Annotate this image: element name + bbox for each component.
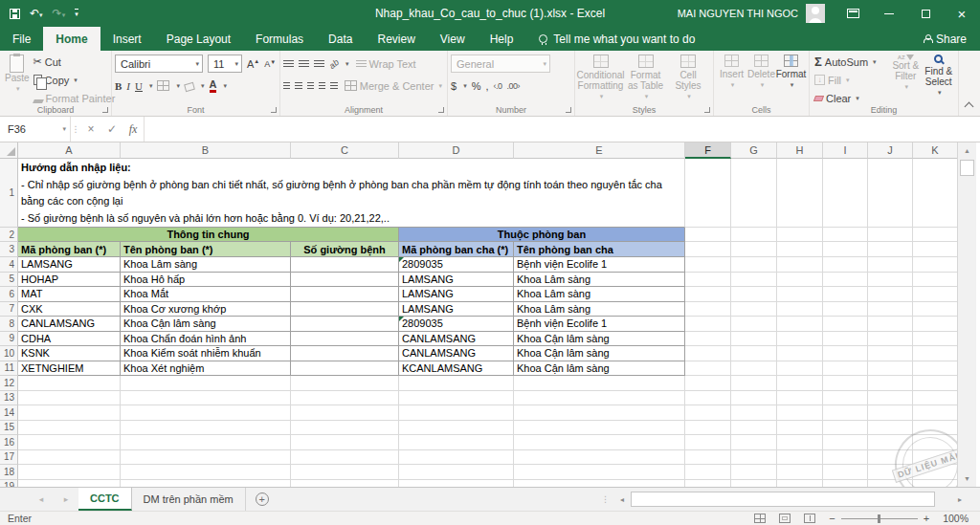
align-left-button[interactable] bbox=[283, 82, 290, 83]
tab-home[interactable]: Home bbox=[43, 27, 100, 51]
tab-review[interactable]: Review bbox=[365, 27, 427, 51]
font-color-button[interactable]: A bbox=[210, 78, 217, 93]
cell-F13[interactable] bbox=[685, 391, 731, 406]
row-header-1[interactable]: 1 bbox=[0, 159, 18, 228]
tab-file[interactable]: File bbox=[0, 27, 43, 51]
cell-J14[interactable] bbox=[868, 405, 913, 421]
cell-J11[interactable] bbox=[868, 361, 913, 377]
cell-A17[interactable] bbox=[18, 450, 121, 466]
cell-I16[interactable] bbox=[823, 435, 868, 450]
cell-I18[interactable] bbox=[823, 465, 868, 480]
cell-J10[interactable] bbox=[868, 346, 913, 361]
zoom-in-button[interactable]: + bbox=[924, 513, 929, 524]
table-header-D3[interactable]: Mã phòng ban cha (*) bbox=[399, 242, 514, 257]
cell-F3[interactable] bbox=[685, 242, 731, 257]
cell-J4[interactable] bbox=[868, 257, 913, 273]
insert-function-button[interactable]: fx bbox=[122, 117, 144, 142]
cell-H7[interactable] bbox=[777, 302, 823, 317]
cell-K8[interactable] bbox=[913, 317, 958, 332]
column-header-E[interactable]: E bbox=[514, 142, 685, 159]
number-format-select[interactable]: General▾ bbox=[451, 55, 550, 73]
cell-E6[interactable]: Khoa Lâm sàng bbox=[514, 287, 685, 302]
cell-I14[interactable] bbox=[823, 405, 868, 421]
cell-D18[interactable] bbox=[399, 465, 514, 480]
cell-A10[interactable]: KSNK bbox=[18, 346, 121, 361]
cell-D4[interactable]: 2809035 bbox=[399, 257, 514, 273]
column-header-A[interactable]: A bbox=[18, 142, 121, 159]
cell-H8[interactable] bbox=[777, 317, 823, 332]
cell-B12[interactable] bbox=[121, 376, 291, 391]
cell-J15[interactable] bbox=[868, 421, 913, 436]
name-box[interactable]: F36▾ bbox=[0, 117, 71, 142]
row-header-9[interactable]: 9 bbox=[0, 332, 18, 347]
cell-C8[interactable] bbox=[291, 317, 399, 332]
row-header-13[interactable]: 13 bbox=[0, 391, 18, 406]
cell-I10[interactable] bbox=[823, 346, 868, 361]
font-dialog-launcher[interactable] bbox=[271, 107, 277, 113]
zoom-slider[interactable] bbox=[841, 518, 918, 519]
cell-A15[interactable] bbox=[18, 421, 121, 436]
row-header-2[interactable]: 2 bbox=[0, 228, 18, 242]
cell-B17[interactable] bbox=[121, 450, 291, 466]
cell-C12[interactable] bbox=[291, 376, 399, 391]
tab-data[interactable]: Data bbox=[316, 27, 365, 51]
tab-insert[interactable]: Insert bbox=[100, 27, 154, 51]
tab-help[interactable]: Help bbox=[478, 27, 526, 51]
maximize-button[interactable] bbox=[907, 0, 944, 27]
scroll-left-button[interactable]: ◂ bbox=[615, 492, 629, 507]
cell-A19[interactable] bbox=[18, 480, 121, 488]
cell-C6[interactable] bbox=[291, 287, 399, 302]
page-layout-view-button[interactable] bbox=[779, 514, 791, 523]
cell-G5[interactable] bbox=[731, 273, 777, 288]
cell-H6[interactable] bbox=[777, 287, 823, 302]
row-header-8[interactable]: 8 bbox=[0, 317, 18, 332]
cell-K4[interactable] bbox=[913, 257, 958, 273]
cell-D16[interactable] bbox=[399, 435, 514, 450]
cell-D13[interactable] bbox=[399, 391, 514, 406]
cell-E7[interactable]: Khoa Lâm sàng bbox=[514, 302, 685, 317]
ribbon-display-options-button[interactable] bbox=[835, 0, 871, 27]
cell-F8[interactable] bbox=[685, 317, 731, 332]
column-header-B[interactable]: B bbox=[121, 142, 291, 159]
cell-C10[interactable] bbox=[291, 346, 399, 361]
cell-F17[interactable] bbox=[685, 450, 731, 466]
underline-button[interactable]: U bbox=[135, 80, 143, 92]
cell-B10[interactable]: Khoa Kiểm soát nhiễm khuẩn bbox=[121, 346, 291, 361]
cell-I1[interactable] bbox=[823, 159, 868, 228]
cell-C15[interactable] bbox=[291, 421, 399, 436]
cell-G1[interactable] bbox=[731, 159, 777, 228]
cell-I7[interactable] bbox=[823, 302, 868, 317]
row-header-11[interactable]: 11 bbox=[0, 361, 18, 377]
cell-C7[interactable] bbox=[291, 302, 399, 317]
cell-G16[interactable] bbox=[731, 435, 777, 450]
horizontal-scrollbar[interactable]: ⋮ ◂ ▸ bbox=[601, 491, 967, 508]
cell-K14[interactable] bbox=[913, 405, 958, 421]
cell-H9[interactable] bbox=[777, 332, 823, 347]
cell-G3[interactable] bbox=[731, 242, 777, 257]
cell-styles-button[interactable]: Cell Styles▾ bbox=[668, 54, 708, 102]
share-button[interactable]: Share bbox=[910, 27, 980, 51]
align-center-button[interactable] bbox=[295, 82, 301, 83]
cell-H2[interactable] bbox=[777, 228, 823, 242]
cut-button[interactable]: ✂Cut bbox=[32, 54, 118, 70]
row-header-14[interactable]: 14 bbox=[0, 405, 18, 421]
row-header-7[interactable]: 7 bbox=[0, 302, 18, 317]
cell-A11[interactable]: XETNGHIEM bbox=[18, 361, 121, 377]
comma-style-button[interactable]: , bbox=[485, 80, 488, 92]
italic-button[interactable]: I bbox=[126, 80, 130, 92]
copy-button[interactable]: Copy▾ bbox=[32, 72, 118, 88]
borders-button[interactable] bbox=[157, 80, 169, 91]
format-painter-button[interactable]: Format Painter bbox=[32, 90, 118, 106]
cell-G8[interactable] bbox=[731, 317, 777, 332]
cell-C9[interactable] bbox=[291, 332, 399, 347]
cell-C19[interactable] bbox=[291, 480, 399, 488]
cell-B14[interactable] bbox=[121, 405, 291, 421]
decrease-decimal-button[interactable]: .00› bbox=[507, 81, 521, 91]
cell-D14[interactable] bbox=[399, 405, 514, 421]
cell-B15[interactable] bbox=[121, 421, 291, 436]
cell-I4[interactable] bbox=[823, 257, 868, 273]
cell-D8[interactable]: 2809035 bbox=[399, 317, 514, 332]
autosum-button[interactable]: ΣAutoSum▾ bbox=[813, 54, 889, 70]
cell-H17[interactable] bbox=[777, 450, 823, 466]
cell-H13[interactable] bbox=[777, 391, 823, 406]
